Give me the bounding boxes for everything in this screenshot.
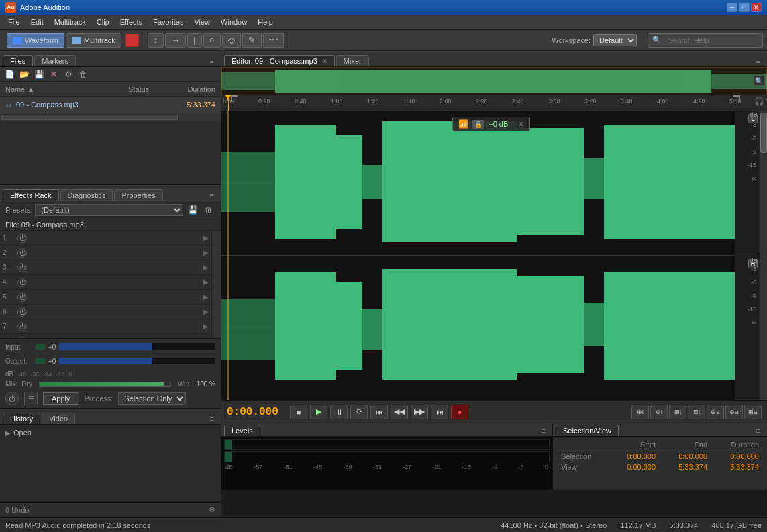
tab-history[interactable]: History	[3, 413, 40, 424]
history-panel-menu[interactable]: ≡	[206, 413, 218, 424]
menu-help[interactable]: Help	[252, 17, 278, 28]
tab-properties[interactable]: Properties	[114, 189, 162, 201]
open-file-btn[interactable]: 📂	[17, 68, 31, 81]
tool-btn-6[interactable]: ✎	[242, 33, 262, 48]
tab-diagnostics[interactable]: Diagnostics	[60, 189, 113, 201]
col-status[interactable]: Status	[128, 85, 168, 93]
waveform-mode-button[interactable]: Waveform	[7, 33, 64, 48]
tool-btn-5[interactable]: ◇	[222, 33, 241, 48]
effect-slot-3[interactable]: 3 ⏻ ▶	[0, 260, 211, 275]
delete-btn[interactable]: 🗑	[76, 68, 90, 81]
col-duration[interactable]: Duration	[168, 85, 215, 93]
zoom-out-amp-btn[interactable]: ⊖a	[725, 405, 743, 419]
scrollbar-v-thumb[interactable]	[760, 113, 767, 153]
process-select[interactable]: Selection Only	[118, 392, 186, 405]
effect-power-4[interactable]: ⏻	[17, 278, 27, 287]
stop-button[interactable]: ■	[290, 405, 307, 419]
effects-power-btn[interactable]: ⏻	[5, 392, 19, 405]
sv-row-view[interactable]: View 0:00.000 5:33.374 5:33.374	[556, 462, 764, 472]
menu-view[interactable]: View	[189, 17, 215, 28]
tab-effects-rack[interactable]: Effects Rack	[3, 189, 59, 201]
zoom-fit-amp-btn[interactable]: ⊞a	[744, 405, 762, 419]
workspace-select[interactable]: Default	[593, 34, 637, 46]
play-button[interactable]: ▶	[310, 405, 327, 419]
effect-power-7[interactable]: ⏻	[17, 322, 27, 331]
save-preset-btn[interactable]: 💾	[186, 204, 199, 216]
tab-editor[interactable]: Editor: 09 - Compass.mp3 ✕	[224, 55, 335, 66]
effect-power-3[interactable]: ⏻	[17, 263, 27, 272]
editor-panel-menu[interactable]: ≡	[752, 56, 764, 66]
file-list-item[interactable]: ♪♪ 09 - Compass.mp3 5:33.374	[0, 97, 221, 113]
effect-slot-7[interactable]: 7 ⏻ ▶	[0, 319, 211, 334]
tool-btn-3[interactable]: |	[187, 33, 201, 48]
tooltip-close-btn[interactable]: ✕	[518, 120, 524, 129]
history-menu-btn[interactable]: ⚙	[209, 505, 215, 514]
effects-scrollbar[interactable]	[211, 231, 221, 338]
files-panel-menu[interactable]: ≡	[206, 56, 218, 66]
menu-multitrack[interactable]: Multitrack	[49, 17, 91, 28]
output-bar[interactable]	[58, 357, 215, 365]
menu-favorites[interactable]: Favorites	[148, 17, 189, 28]
tool-btn-7[interactable]: 〰	[263, 33, 284, 48]
menu-window[interactable]: Window	[215, 17, 252, 28]
tool-btn-4[interactable]: ○	[203, 33, 221, 48]
menu-file[interactable]: File	[3, 17, 25, 28]
effects-list-btn[interactable]: ☰	[24, 392, 38, 405]
minimize-button[interactable]: ─	[727, 3, 737, 12]
tab-selection-view[interactable]: Selection/View	[556, 425, 619, 436]
effect-slot-6[interactable]: 6 ⏻ ▶	[0, 305, 211, 319]
menu-edit[interactable]: Edit	[25, 17, 49, 28]
tab-video[interactable]: Video	[42, 413, 75, 424]
tab-levels[interactable]: Levels	[224, 425, 260, 436]
zoom-fit-time-btn[interactable]: ⊞t	[669, 405, 686, 419]
input-bar[interactable]	[58, 343, 215, 351]
save-file-btn[interactable]: 💾	[32, 68, 46, 81]
tool-btn-1[interactable]: ↕	[148, 33, 164, 48]
waveform-area[interactable]: 📶 🔒 +0 dB | ✕ L -3 -6 -9 -15 ∞	[221, 111, 767, 400]
delete-preset-btn[interactable]: 🗑	[202, 204, 215, 216]
rewind-button[interactable]: ◀◀	[391, 405, 408, 419]
tool-btn-2[interactable]: ↔	[165, 33, 186, 48]
close-file-btn[interactable]: ✕	[47, 68, 60, 81]
effect-power-6[interactable]: ⏻	[17, 307, 27, 317]
tab-files[interactable]: Files	[3, 55, 33, 66]
effect-power-1[interactable]: ⏻	[17, 233, 27, 243]
apply-button[interactable]: Apply	[43, 392, 79, 405]
record-button[interactable]: ●	[451, 405, 468, 419]
zoom-out-time-btn[interactable]: ⊖t	[650, 405, 668, 419]
sv-panel-menu[interactable]: ≡	[752, 425, 764, 436]
waveform-scrollbar-v[interactable]	[759, 111, 767, 400]
effect-slot-2[interactable]: 2 ⏻ ▶	[0, 246, 211, 260]
mix-slider[interactable]	[39, 382, 171, 387]
search-input[interactable]	[664, 35, 758, 46]
overview-zoom-btn[interactable]: 🔍	[754, 75, 764, 86]
col-name[interactable]: Name ▲	[5, 85, 128, 93]
zoom-in-amp-btn[interactable]: ⊕a	[707, 405, 724, 419]
effect-slot-4[interactable]: 4 ⏻ ▶	[0, 275, 211, 290]
waveform-canvas[interactable]: 📶 🔒 +0 dB | ✕	[221, 111, 735, 400]
fast-forward-button[interactable]: ▶▶	[411, 405, 428, 419]
effect-slot-5[interactable]: 5 ⏻ ▶	[0, 290, 211, 305]
tab-markers[interactable]: Markers	[34, 55, 76, 66]
presets-select[interactable]: (Default)	[35, 204, 183, 216]
editor-tab-close[interactable]: ✕	[322, 58, 327, 65]
files-scrollbar[interactable]	[0, 113, 221, 121]
loop-button[interactable]: ⟳	[350, 405, 368, 419]
menu-clip[interactable]: Clip	[91, 17, 115, 28]
maximize-button[interactable]: □	[739, 3, 750, 12]
effect-slot-1[interactable]: 1 ⏻ ▶	[0, 231, 211, 246]
history-item-open[interactable]: ▶ Open	[3, 427, 218, 438]
close-button[interactable]: ✕	[751, 3, 762, 12]
sv-row-selection[interactable]: Selection 0:00.000 0:00.000 0:00.000	[556, 451, 764, 462]
levels-panel-menu[interactable]: ≡	[538, 425, 550, 436]
go-start-button[interactable]: ⏮	[370, 405, 388, 419]
new-file-btn[interactable]: 📄	[3, 68, 16, 81]
settings-btn[interactable]: ⚙	[62, 68, 75, 81]
tab-mixer[interactable]: Mixer	[336, 55, 369, 66]
effect-power-5[interactable]: ⏻	[17, 292, 27, 302]
multitrack-mode-button[interactable]: Multitrack	[66, 33, 121, 48]
zoom-in-time-btn[interactable]: ⊕t	[631, 405, 649, 419]
effects-panel-menu[interactable]: ≡	[206, 190, 218, 201]
pause-button[interactable]: ⏸	[330, 405, 348, 419]
effect-power-2[interactable]: ⏻	[17, 248, 27, 258]
